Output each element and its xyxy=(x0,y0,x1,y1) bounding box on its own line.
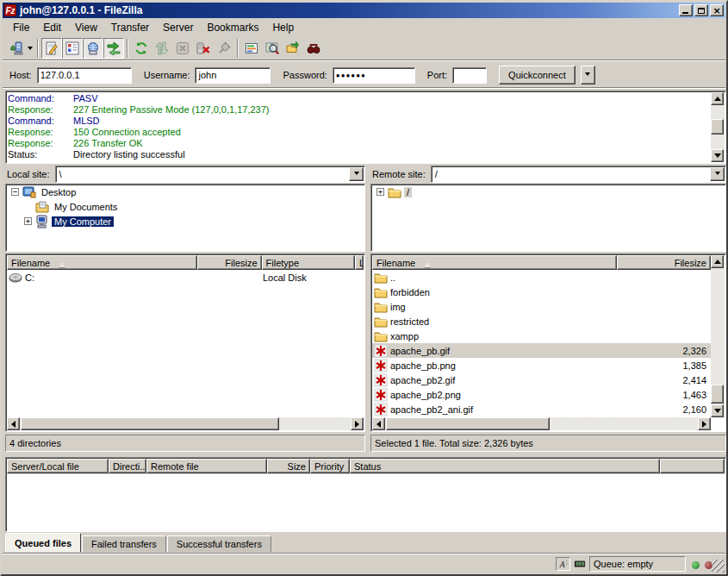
port-input[interactable] xyxy=(452,67,487,84)
remote-file-row[interactable]: apache_pb2_ani.gif2,160 xyxy=(372,402,712,416)
queue-body[interactable] xyxy=(7,474,725,530)
scroll-up-button[interactable] xyxy=(711,92,724,105)
log-scrollbar[interactable] xyxy=(711,92,725,162)
column-status[interactable]: Status xyxy=(350,459,660,473)
column-filetype[interactable]: Filetype xyxy=(262,255,355,270)
remote-site-dropdown[interactable] xyxy=(710,167,725,181)
remote-file-row[interactable]: apache_pb2.png1,463 xyxy=(372,387,712,402)
remote-site-bar: Remote site: / xyxy=(370,166,726,183)
speed-limit-icon[interactable] xyxy=(572,557,587,571)
synchronized-browsing-button[interactable] xyxy=(283,38,303,59)
scrollbar-thumb[interactable] xyxy=(711,385,724,404)
column-server-local-file[interactable]: Server/Local file xyxy=(7,459,109,473)
column-filesize[interactable]: Filesize xyxy=(197,255,262,270)
site-manager-dropdown[interactable] xyxy=(28,47,33,53)
menu-help[interactable]: Help xyxy=(265,20,301,35)
column-filename[interactable]: Filename xyxy=(7,255,197,270)
remote-directory-tree[interactable]: + / xyxy=(370,184,726,252)
disconnect-button[interactable] xyxy=(193,38,214,59)
remote-list-hscrollbar[interactable] xyxy=(372,417,711,430)
file-size: 1,463 xyxy=(634,390,712,400)
scrollbar-thumb[interactable] xyxy=(711,119,724,135)
password-input[interactable] xyxy=(333,67,415,84)
toggle-local-tree-button[interactable] xyxy=(62,38,83,59)
quickconnect-button[interactable]: Quickconnect xyxy=(499,66,576,85)
chevron-down-icon xyxy=(715,172,720,178)
column-priority[interactable]: Priority xyxy=(310,459,350,473)
expand-icon[interactable]: + xyxy=(24,217,32,225)
image-file-icon xyxy=(374,373,388,387)
column-filename[interactable]: Filename xyxy=(372,255,617,270)
tree-item-desktop[interactable]: − Desktop xyxy=(6,185,364,199)
filter-button[interactable] xyxy=(241,38,262,59)
tab-queued-files[interactable]: Queued files xyxy=(5,533,81,552)
reconnect-button[interactable] xyxy=(214,38,234,59)
menu-edit[interactable]: Edit xyxy=(36,20,68,35)
remote-file-row[interactable]: apache_pb.png1,385 xyxy=(372,358,712,373)
remote-file-row[interactable]: forbidden xyxy=(372,285,712,299)
menu-transfer[interactable]: Transfer xyxy=(104,20,156,35)
cancel-operation-button[interactable] xyxy=(172,38,193,59)
tab-successful-transfers[interactable]: Successful transfers xyxy=(167,535,271,552)
column-direction[interactable]: Directi... xyxy=(109,459,146,473)
expand-icon[interactable]: + xyxy=(376,188,384,196)
site-manager-button[interactable] xyxy=(6,38,27,59)
column-empty xyxy=(660,459,725,473)
maximize-button[interactable] xyxy=(694,4,708,16)
tree-item-my-computer[interactable]: + My Computer xyxy=(6,214,364,229)
message-log[interactable]: Command:PASV Response:227 Entering Passi… xyxy=(5,91,726,164)
remote-file-row[interactable]: img xyxy=(372,299,712,314)
tree-item-my-documents[interactable]: My Documents xyxy=(6,199,364,214)
local-directory-tree[interactable]: − Desktop My Documents + My Computer xyxy=(5,184,365,252)
username-input[interactable] xyxy=(195,67,271,84)
scroll-left-button[interactable] xyxy=(372,417,385,430)
toggle-message-log-button[interactable] xyxy=(41,38,62,59)
collapse-icon[interactable]: − xyxy=(11,188,19,196)
scrollbar-thumb[interactable] xyxy=(386,417,550,430)
remote-file-row[interactable]: restricted xyxy=(372,314,712,329)
toggle-remote-tree-button[interactable] xyxy=(83,38,103,59)
data-type-indicator-icon[interactable] xyxy=(556,557,570,571)
column-remote-file[interactable]: Remote file xyxy=(146,459,267,473)
minimize-button[interactable] xyxy=(679,4,693,16)
resize-grip[interactable] xyxy=(712,560,725,573)
local-list-hscrollbar[interactable] xyxy=(7,417,364,430)
tree-item-root[interactable]: + / xyxy=(371,185,725,199)
close-button[interactable]: × xyxy=(710,4,724,16)
scroll-right-button[interactable] xyxy=(698,417,711,430)
scroll-right-button[interactable] xyxy=(351,417,364,430)
find-files-button[interactable] xyxy=(303,38,324,59)
toolbar-separator xyxy=(237,39,239,58)
remote-file-row[interactable]: .. xyxy=(372,270,712,285)
quickconnect-dropdown[interactable] xyxy=(581,66,595,85)
file-name: apache_pb2.gif xyxy=(390,375,634,385)
reconnect-icon xyxy=(217,41,231,55)
toggle-transfer-queue-button[interactable] xyxy=(103,38,124,59)
remote-site-combo[interactable]: / xyxy=(431,166,726,183)
column-filesize[interactable]: Filesize xyxy=(617,255,711,270)
directory-comparison-button[interactable] xyxy=(262,38,283,59)
scroll-down-button[interactable] xyxy=(711,404,724,417)
remote-file-row[interactable]: xampp xyxy=(372,329,712,343)
process-queue-button[interactable] xyxy=(152,38,172,59)
menu-bookmarks[interactable]: Bookmarks xyxy=(200,20,265,35)
menu-server[interactable]: Server xyxy=(156,20,200,35)
local-site-combo[interactable]: \ xyxy=(55,166,365,183)
scroll-down-button[interactable] xyxy=(711,149,724,162)
local-site-dropdown[interactable] xyxy=(349,167,364,181)
remote-file-row[interactable]: apache_pb2.gif2,414 xyxy=(372,373,712,387)
tab-failed-transfers[interactable]: Failed transfers xyxy=(82,535,166,552)
remote-list-body: .. forbidden img restricted xampp apache… xyxy=(372,270,712,418)
local-file-row[interactable]: C: Local Disk xyxy=(7,270,365,285)
remote-file-row-selected[interactable]: apache_pb.gif2,326 xyxy=(372,343,712,358)
host-input[interactable] xyxy=(37,67,132,84)
scroll-left-button[interactable] xyxy=(7,417,20,430)
remote-list-vscrollbar[interactable] xyxy=(711,255,725,417)
menu-file[interactable]: File xyxy=(6,20,36,35)
refresh-button[interactable] xyxy=(131,38,152,59)
column-last-modified[interactable]: L xyxy=(355,255,364,270)
column-size[interactable]: Size xyxy=(267,459,310,473)
menu-view[interactable]: View xyxy=(68,20,104,35)
scroll-up-button[interactable] xyxy=(711,255,724,268)
scrollbar-thumb[interactable] xyxy=(21,417,279,430)
